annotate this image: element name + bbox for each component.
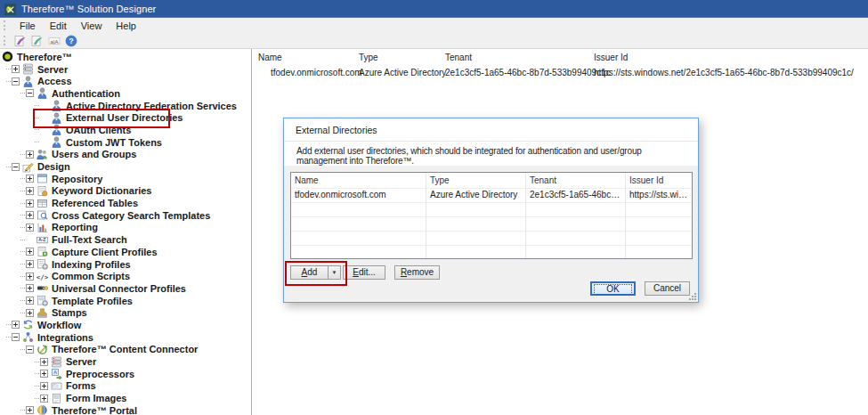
tree-item-users-and-groups[interactable]: Users and Groups <box>0 149 251 161</box>
menu-view[interactable]: View <box>74 20 110 32</box>
expand-icon[interactable] <box>40 358 48 366</box>
tree-item-oauth-clients[interactable]: OAuth Clients <box>0 124 251 136</box>
remove-button[interactable]: Remove <box>394 265 440 280</box>
designer-mode-teal-icon[interactable] <box>29 34 45 47</box>
tree-item-referenced-tables[interactable]: Referenced Tables <box>0 197 251 209</box>
tree-item-full-text-search[interactable]: A-ZFull-Text Search <box>0 233 251 246</box>
dialog-directories-table[interactable]: NameTypeTenantIssuer Idtfodev.onmicrosof… <box>290 172 693 259</box>
tree-item-capture-client-profiles[interactable]: Capture Client Profiles <box>0 246 251 258</box>
tree-item-label: Server <box>66 356 96 367</box>
collapse-icon[interactable] <box>12 333 20 341</box>
menu-help[interactable]: Help <box>109 20 143 32</box>
dialog-header-issuer-id[interactable]: Issuer Id <box>626 173 692 188</box>
collapse-icon[interactable] <box>12 163 20 171</box>
dialog-table-cell[interactable]: https://sts.windo... <box>626 188 692 202</box>
dialog-table-cell[interactable]: tfodev.onmicrosoft.com <box>291 188 426 202</box>
tree-item-indexing-profiles[interactable]: Indexing Profiles <box>0 258 251 271</box>
tree-connector-line <box>20 410 25 411</box>
tree-item-custom-jwt-tokens[interactable]: Custom JWT Tokens <box>0 136 251 149</box>
tree-item-stamps[interactable]: Stamps <box>0 306 251 319</box>
tree-item-active-directory-federation-services[interactable]: Active Directory Federation Services <box>0 100 251 112</box>
tree-item-server[interactable]: Server <box>0 63 251 76</box>
expand-icon[interactable] <box>12 321 20 329</box>
add-button[interactable]: Add ▼ <box>290 265 341 280</box>
menu-grip-handle[interactable] <box>4 20 8 30</box>
list-header-tenant[interactable]: Tenant <box>445 53 472 62</box>
ok-button-label[interactable]: OK <box>594 284 632 295</box>
expand-icon[interactable] <box>26 406 34 414</box>
tree-item-repository[interactable]: Repository <box>0 173 251 185</box>
list-header-issuer-id[interactable]: Issuer Id <box>594 53 628 62</box>
expand-icon[interactable] <box>12 65 20 73</box>
tree-item-integrations[interactable]: Integrations <box>0 331 251 344</box>
dialog-header-type[interactable]: Type <box>426 173 526 188</box>
tree-item-forms[interactable]: Forms <box>0 380 251 393</box>
search-template-icon <box>37 209 48 221</box>
collapse-icon[interactable] <box>12 77 20 85</box>
expand-icon[interactable] <box>40 395 48 403</box>
tree-item-cross-category-search-templates[interactable]: Cross Category Search Templates <box>0 209 251 222</box>
tree-item-universal-connector-profiles[interactable]: Universal Connector Profiles <box>0 282 251 295</box>
tree-item-keyword-dictionaries[interactable]: Keyword Dictionaries <box>0 185 251 198</box>
expand-icon[interactable] <box>26 309 34 317</box>
dialog-header-name[interactable]: Name <box>291 173 426 188</box>
tree-connector-line <box>20 251 25 252</box>
dialog-resize-grip[interactable] <box>688 292 696 300</box>
title-bar: Therefore™ Solution Designer <box>0 0 868 18</box>
tree-item-reporting[interactable]: Reporting <box>0 222 251 234</box>
tree-item-server[interactable]: Server <box>0 355 251 368</box>
collapse-icon[interactable] <box>26 346 34 354</box>
dialog-table-cell[interactable]: Azure Active Directory <box>426 188 526 202</box>
expand-icon[interactable] <box>26 224 34 232</box>
expand-icon[interactable] <box>40 382 48 390</box>
expand-icon[interactable] <box>40 370 48 378</box>
list-row-cell[interactable]: https://sts.windows.net/2e1c3cf5-1a65-46… <box>594 68 854 77</box>
list-row-cell[interactable]: 2e1c3cf5-1a65-46bc-8b7d-533b99409c1c <box>445 68 611 77</box>
collapse-icon[interactable] <box>26 89 34 97</box>
dialog-header-tenant[interactable]: Tenant <box>526 173 626 188</box>
cancel-button[interactable]: Cancel <box>645 281 690 296</box>
ok-button[interactable]: OK <box>590 281 636 296</box>
tree-item-preprocessors[interactable]: APreprocessors <box>0 368 251 380</box>
dialog-table-cell[interactable]: 2e1c3cf5-1a65-46bc-8b7... <box>526 188 626 202</box>
expand-icon[interactable] <box>26 248 34 256</box>
tree-item-form-images[interactable]: Form Images <box>0 392 251 404</box>
add-button-label[interactable]: Add <box>291 266 328 279</box>
tree-item-common-scripts[interactable]: </>Common Scripts <box>0 270 251 282</box>
tree-item-design[interactable]: Design <box>0 160 251 173</box>
help-icon[interactable]: ? <box>63 34 79 47</box>
expand-icon[interactable] <box>26 297 34 305</box>
list-header-type[interactable]: Type <box>359 53 378 62</box>
tree-item-therefore-portal[interactable]: Therefore™ Portal <box>0 404 251 415</box>
tree-connector-line <box>35 386 39 387</box>
tree-item-external-user-directories[interactable]: External User Directories <box>0 111 251 124</box>
rename-text-icon[interactable]: a|A <box>46 34 62 47</box>
expand-icon[interactable] <box>26 284 34 292</box>
tree-item-therefore-content-connector[interactable]: Therefore™ Content Connector <box>0 344 251 356</box>
menu-bar: FileEditViewHelp <box>0 18 868 33</box>
tree-connector-line <box>35 362 39 362</box>
tree-item-label: Design <box>37 161 70 172</box>
tree-item-therefore[interactable]: Therefore™ <box>0 51 251 63</box>
list-header-name[interactable]: Name <box>258 53 282 62</box>
list-row-cell[interactable]: tfodev.onmicrosoft.com <box>271 68 362 77</box>
expand-icon[interactable] <box>26 151 34 159</box>
tree-item-authentication[interactable]: Authentication <box>0 87 251 100</box>
expand-icon[interactable] <box>26 211 34 219</box>
add-dropdown-arrow-icon[interactable]: ▼ <box>328 266 340 279</box>
dialog-table-row[interactable]: tfodev.onmicrosoft.comAzure Active Direc… <box>291 188 692 203</box>
expand-icon[interactable] <box>26 199 34 208</box>
edit-button[interactable]: Edit... <box>343 265 385 280</box>
expand-icon[interactable] <box>26 260 34 268</box>
tree-item-access[interactable]: Access <box>0 75 251 87</box>
expand-icon[interactable] <box>26 187 34 195</box>
menu-edit[interactable]: Edit <box>43 20 74 32</box>
toolbar-grip-handle[interactable] <box>4 36 8 45</box>
menu-file[interactable]: File <box>12 20 43 32</box>
expand-icon[interactable] <box>26 175 34 183</box>
designer-mode-purple-icon[interactable] <box>12 34 28 47</box>
list-row-cell[interactable]: Azure Active Directory <box>359 68 446 77</box>
tree-item-template-profiles[interactable]: Template Profiles <box>0 295 251 307</box>
expand-icon[interactable] <box>26 273 34 281</box>
tree-item-workflow[interactable]: Workflow <box>0 319 251 331</box>
